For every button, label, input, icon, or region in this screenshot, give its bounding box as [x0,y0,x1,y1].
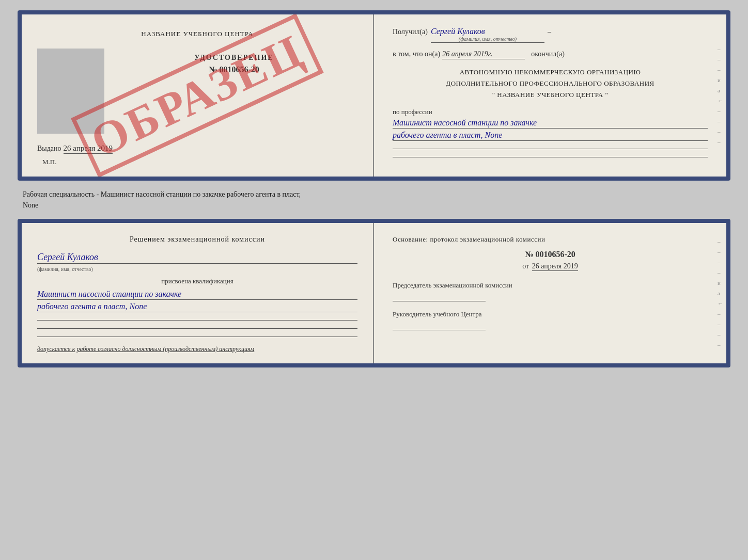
middle-line-1: Рабочая специальность - Машинист насосно… [23,189,725,200]
dash-line-1 [393,143,708,149]
vidano-date: 26 апреля 2019 [64,144,113,154]
qualification-1: Машинист насосной станции по закачке [37,290,357,300]
profession-value-2: рабочего агента в пласт, None [393,131,708,141]
cert-number: № 0010656-20 [209,65,259,74]
vtomchto-label: в том, что он(а) [393,50,440,58]
okonchil-label: окончил(а) [531,50,565,58]
middle-text: Рабочая специальность - Машинист насосно… [18,189,730,211]
cert-title: НАЗВАНИЕ УЧЕБНОГО ЦЕНТРА [141,30,253,38]
side-chars-top: – – – и а ← – – – – [718,14,723,177]
dash-line-2 [393,151,708,157]
dopuskaetsya-val: работе согласно должностным (производств… [76,345,254,353]
bottom-left-panel: Решением экзаменационной комиссии Сергей… [22,223,374,363]
komissia-title: Решением экзаменационной комиссии [37,235,357,244]
predsedatel-block: Председатель экзаменационной комиссии [393,281,708,301]
predsedatel-label: Председатель экзаменационной комиссии [393,281,708,290]
cert-photo [37,49,104,134]
side-chars-bottom: – – – – и а ← – – – – [718,223,723,363]
bottom-name: Сергей Кулаков [37,252,357,264]
protocol-date-prefix: от [522,262,529,270]
predsedatel-signature-line [393,292,486,301]
middle-line-2: None [23,200,725,211]
dopuskaetsya-block: допускается к работе согласно должностны… [37,345,357,353]
org-line-2: ДОПОЛНИТЕЛЬНОГО ПРОФЕССИОНАЛЬНОГО ОБРАЗО… [393,78,708,89]
poluchil-label: Получил(а) [393,28,428,36]
vtomchto-date: 26 апреля 2019г. [442,50,525,59]
name-sub: (фамилия, имя, отчество) [37,266,93,272]
rukovoditel-label: Руководитель учебного Центра [393,310,708,319]
bottom-dash-2 [37,323,357,329]
bottom-dash-1 [37,314,357,321]
org-line-3: " НАЗВАНИЕ УЧЕБНОГО ЦЕНТРА " [393,89,708,101]
profession-label: по профессии [393,108,708,116]
vtomchto-row: в том, что он(а) 26 апреля 2019г. окончи… [393,50,708,59]
protocol-date-val: 26 апреля 2019 [532,262,578,271]
profession-value-1: Машинист насосной станции по закачке [393,118,708,129]
name-block: Сергей Кулаков (фамилия, имя, отчество) [37,252,357,273]
top-right-panel: Получил(а) Сергей Кулаков (фамилия, имя,… [374,14,726,177]
protocol-date: от 26 апреля 2019 [393,262,708,270]
dopuskaetsya-label: допускается к [37,345,75,353]
mp-label: М.П. [42,158,56,166]
rukovoditel-signature-line [393,321,486,330]
rukovoditel-block: Руководитель учебного Центра [393,310,708,330]
cert-udostoverenie-label: УДОСТОВЕРЕНИЕ [194,54,273,62]
osnovaniye-title: Основание: протокол экзаменационной коми… [393,235,708,244]
vidano-label: Выдано [37,145,61,153]
protocol-number: № 0010656-20 [393,250,708,259]
qualification-2: рабочего агента в пласт, None [37,302,357,312]
prisvoena-label: присвоена квалификация [37,277,357,285]
bottom-right-panel: Основание: протокол экзаменационной коми… [374,223,726,363]
poluchil-name: Сергей Кулаков (фамилия, имя, отчество) [431,27,544,43]
top-left-panel: НАЗВАНИЕ УЧЕБНОГО ЦЕНТРА УДОСТОВЕРЕНИЕ №… [22,14,374,177]
bottom-dash-3 [37,331,357,337]
org-line-1: АВТОНОМНУЮ НЕКОММЕРЧЕСКУЮ ОРГАНИЗАЦИЮ [393,67,708,78]
poluchil-row: Получил(а) Сергей Кулаков (фамилия, имя,… [393,27,708,43]
top-document: НАЗВАНИЕ УЧЕБНОГО ЦЕНТРА УДОСТОВЕРЕНИЕ №… [18,10,730,181]
org-block: АВТОНОМНУЮ НЕКОММЕРЧЕСКУЮ ОРГАНИЗАЦИЮ ДО… [393,67,708,101]
bottom-document: Решением экзаменационной комиссии Сергей… [18,219,730,367]
